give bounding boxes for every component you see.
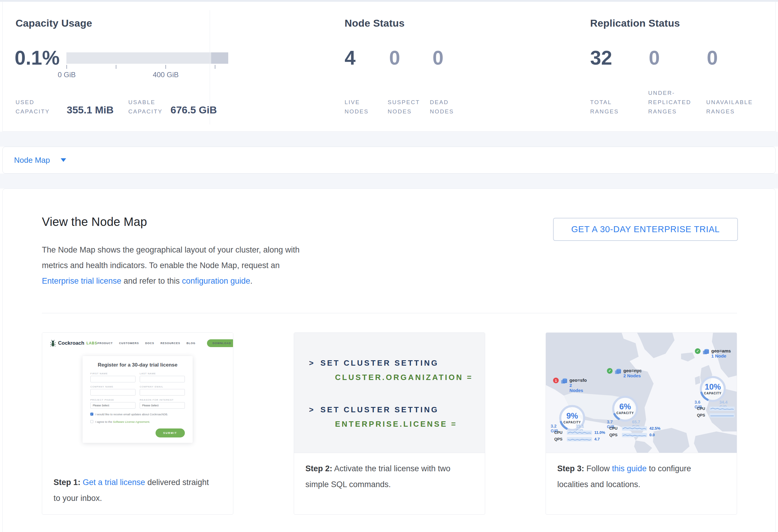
mini-select: Please Select <box>140 402 185 409</box>
qps-label: QPS <box>609 433 619 437</box>
mini-license-link: Software License Agreement. <box>113 420 150 424</box>
mini-field: COMPANY NAME <box>90 385 136 395</box>
usable-capacity-label: USABLE CAPACITY <box>128 97 162 116</box>
cpu-sparkline <box>567 431 592 435</box>
node-map-placeholder-panel: View the Node Map The Node Map shows the… <box>2 188 776 532</box>
step1-label: Step 1: <box>54 478 80 487</box>
mini-nav-item: CUSTOMERS <box>119 342 139 345</box>
sql-line: >SET CLUSTER SETTING <box>309 359 439 368</box>
node-map-dropdown[interactable]: Node Map <box>2 147 776 173</box>
step3-caption: Step 3: Follow this guide to configure l… <box>546 453 725 492</box>
sql-keyword: SET CLUSTER SETTING <box>320 359 439 367</box>
this-guide-link[interactable]: this guide <box>612 464 647 473</box>
step3-label: Step 3: <box>557 464 584 473</box>
sql-setting: ENTERPRISE.LICENSE = <box>335 420 457 429</box>
mini-field-label: LAST NAME <box>140 372 185 375</box>
cpu-label: CPU <box>697 406 707 411</box>
mini-field: LAST NAME <box>140 372 185 382</box>
sql-keyword: SET CLUSTER SETTING <box>320 405 439 414</box>
intro-text-3: . <box>250 277 252 286</box>
total-ranges-label: TOTAL RANGES <box>590 97 619 116</box>
axis-tick-label-400: 400 GiB <box>153 71 179 79</box>
mini-register-form: Register for a 30-day trial license FIRS… <box>83 356 192 443</box>
configuration-guide-link[interactable]: configuration guide <box>182 277 250 286</box>
axis-tick <box>66 65 67 69</box>
mini-nav-item: BLOG <box>186 342 195 345</box>
qps-row: QPS 4.7 <box>554 437 600 441</box>
capacity-percent: 0.1% <box>15 47 60 68</box>
node-status-title: Node Status <box>344 17 405 29</box>
mini-field-label: COMPANY NAME <box>90 385 136 388</box>
gauge-capacity-label: CAPACITY <box>617 411 634 415</box>
axis-tick <box>165 65 166 69</box>
locality-name: geo=nyc <box>623 368 642 373</box>
mini-text-input <box>90 389 136 395</box>
cockroach-labs-logo: Cockroach LABS <box>50 339 97 347</box>
under-replicated-label: UNDER- REPLICATED RANGES <box>648 88 691 116</box>
cluster-summary-panel: Capacity Usage 0.1% 0 GiB 400 GiB USED C… <box>2 2 776 132</box>
step1-caption: Step 1: Get a trial license delivered st… <box>42 467 222 506</box>
sql-line: >SET CLUSTER SETTING <box>309 405 439 414</box>
mini-field-label: FIRST NAME <box>90 372 136 375</box>
mini-nav-item: RESOURCES <box>160 342 180 345</box>
mini-checkbox-text-plain: I agree to the <box>95 420 113 424</box>
mini-nav: PRODUCT CUSTOMERS DOCS RESOURCES BLOG DO… <box>97 339 233 347</box>
mini-form-grid: FIRST NAME LAST NAME COMPANY NAME C <box>90 372 185 409</box>
qps-label: QPS <box>697 413 707 417</box>
capacity-bar <box>66 52 228 64</box>
gauge-percent: 6% <box>619 402 631 411</box>
cpu-label: CPU <box>609 426 619 431</box>
replication-status-title: Replication Status <box>590 17 680 29</box>
qps-value: 0.0 <box>649 433 655 437</box>
suspect-nodes-label: SUSPECT NODES <box>388 97 420 116</box>
mini-text-input <box>140 376 185 382</box>
qps-sparkline <box>567 437 592 441</box>
step2-label: Step 2: <box>305 464 332 473</box>
get-trial-license-link[interactable]: Get a trial license <box>83 478 145 487</box>
enterprise-trial-button[interactable]: GET A 30-DAY ENTERPRISE TRIAL <box>553 218 738 241</box>
mini-field: COMPANY EMAIL <box>140 385 185 395</box>
gauge-percent: 10% <box>705 382 721 391</box>
intro-paragraph: The Node Map shows the geographical layo… <box>42 242 317 289</box>
mini-form-title: Register for a 30-day trial license <box>90 362 185 368</box>
qps-row: QPS 0.0 <box>697 413 737 417</box>
mini-select: Please Select <box>90 402 136 409</box>
capacity-bar-dark-segment <box>211 52 228 64</box>
checked-checkbox-icon: ✓ <box>90 412 93 415</box>
intro-text-2: and refer to this <box>122 277 182 286</box>
step2-card: >SET CLUSTER SETTING CLUSTER.ORGANIZATIO… <box>294 332 485 515</box>
mini-download-button: DOWNLOAD <box>207 339 233 347</box>
brand-labs: LABS <box>86 341 97 345</box>
sql-commands-illustration: >SET CLUSTER SETTING CLUSTER.ORGANIZATIO… <box>294 333 485 453</box>
cockroach-icon <box>50 339 56 347</box>
mini-checkbox-text: I agree to the Software License Agreemen… <box>95 420 150 424</box>
mini-nav-item: DOCS <box>145 342 154 345</box>
sql-prompt: > <box>309 359 315 367</box>
mini-submit-button: SUBMIT <box>156 429 185 438</box>
gauge-capacity-label: CAPACITY <box>704 392 721 395</box>
qps-value: 4.7 <box>594 437 600 441</box>
axis-tick <box>116 65 116 69</box>
capacity-gauge: 10% CAPACITY <box>698 374 728 404</box>
sql-setting: CLUSTER.ORGANIZATION = <box>335 373 473 382</box>
locality-sfo-header: 1 geo=sfo 2 Nodes <box>553 378 587 393</box>
step3-card: 1 geo=sfo 2 Nodes <box>546 332 737 515</box>
page-title: View the Node Map <box>42 215 147 229</box>
locality-nyc-header: ✓ geo=nyc 2 Nodes <box>607 368 642 378</box>
cpu-row: CPU 12.3% <box>697 406 737 411</box>
cpu-sparkline <box>622 427 647 431</box>
enterprise-trial-license-link[interactable]: Enterprise trial license <box>42 277 122 286</box>
live-nodes-label: LIVE NODES <box>344 97 369 116</box>
axis-tick <box>215 65 215 69</box>
section-divider <box>210 10 210 125</box>
database-stack-icon <box>702 348 709 355</box>
cpu-sparkline <box>709 407 734 411</box>
database-stack-icon <box>614 368 622 375</box>
qps-sparkline <box>622 433 647 437</box>
section-divider-line <box>42 313 737 313</box>
spacer-band <box>0 132 778 147</box>
locality-node-count: 2 Nodes <box>569 383 587 393</box>
total-ranges-count: 32 <box>590 47 612 68</box>
mini-site-header: Cockroach LABS PRODUCT CUSTOMERS DOCS RE… <box>42 333 233 347</box>
mini-field-label: REASON FOR INTEREST <box>140 398 185 401</box>
